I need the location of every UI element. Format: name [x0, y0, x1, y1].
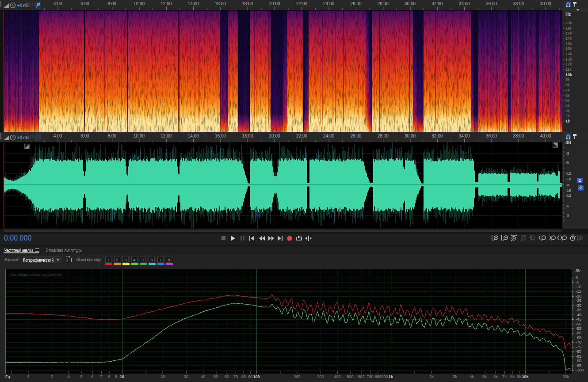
svg-text:40:00: 40:00 — [540, 1, 551, 6]
svg-text:28:00: 28:00 — [378, 1, 389, 6]
svg-text:18:00: 18:00 — [242, 134, 253, 138]
svg-text:28:00: 28:00 — [378, 134, 389, 138]
svg-text:8:00: 8:00 — [107, 1, 116, 6]
svg-text:32:00: 32:00 — [431, 134, 443, 138]
svg-text:10:00: 10:00 — [134, 134, 145, 138]
svg-text:34:00: 34:00 — [459, 1, 470, 6]
svg-text:8:00: 8:00 — [107, 134, 116, 138]
svg-text:12:00: 12:00 — [160, 134, 172, 138]
svg-text:38:00: 38:00 — [513, 1, 524, 6]
svg-text:4:00: 4:00 — [53, 1, 62, 6]
svg-text:30:00: 30:00 — [405, 1, 416, 6]
svg-text:+0: +0 — [17, 3, 23, 8]
svg-text:20:00: 20:00 — [269, 1, 280, 6]
svg-text:34:00: 34:00 — [459, 134, 470, 138]
svg-text:26:00: 26:00 — [350, 134, 361, 138]
svg-text:40:00: 40:00 — [540, 134, 551, 138]
svg-text:12:00: 12:00 — [160, 1, 172, 6]
svg-text:14:00: 14:00 — [188, 1, 199, 6]
svg-text:4:00: 4:00 — [53, 134, 62, 138]
svg-text:10:00: 10:00 — [134, 1, 145, 6]
svg-text:20:00: 20:00 — [269, 134, 280, 138]
svg-text:22:00: 22:00 — [296, 1, 307, 6]
svg-text:38:00: 38:00 — [513, 134, 524, 138]
svg-text:16:00: 16:00 — [215, 134, 226, 138]
svg-text:26:00: 26:00 — [350, 1, 361, 6]
svg-text:32:00: 32:00 — [431, 1, 443, 6]
svg-text:30:00: 30:00 — [405, 134, 416, 138]
svg-text:36:00: 36:00 — [486, 134, 497, 138]
svg-text:Анализированое выделение: Анализированое выделение — [9, 272, 62, 277]
svg-text:24:00: 24:00 — [323, 134, 334, 138]
svg-text:16:00: 16:00 — [215, 1, 226, 6]
svg-text:6:00: 6:00 — [80, 1, 89, 6]
svg-text:6:00: 6:00 — [80, 134, 89, 138]
svg-text:22:00: 22:00 — [296, 134, 307, 138]
svg-text:+0: +0 — [17, 135, 23, 140]
svg-text:36:00: 36:00 — [486, 1, 497, 6]
svg-text:24:00: 24:00 — [323, 1, 334, 6]
svg-text:14:00: 14:00 — [188, 134, 199, 138]
svg-text:18:00: 18:00 — [242, 1, 253, 6]
